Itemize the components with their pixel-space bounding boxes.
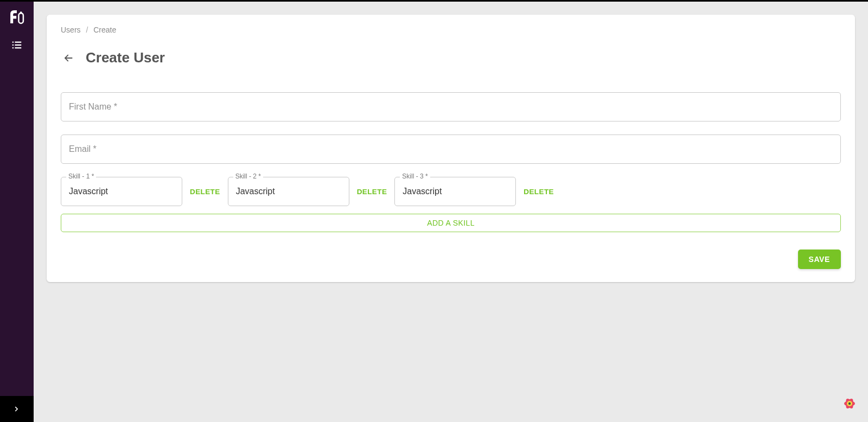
svg-rect-5 — [15, 44, 21, 46]
chevron-right-icon — [12, 404, 22, 414]
arrow-left-icon — [62, 52, 74, 64]
svg-rect-6 — [12, 47, 14, 48]
sidebar-item-list[interactable] — [0, 32, 34, 58]
svg-rect-2 — [12, 42, 14, 43]
svg-rect-3 — [15, 42, 21, 43]
delete-skill-1-button[interactable]: DELETE — [188, 183, 222, 200]
app-logo[interactable] — [0, 2, 34, 32]
skill-label-2: Skill - 2 * — [233, 172, 263, 180]
logo-icon — [8, 8, 26, 26]
title-row: Create User — [61, 49, 841, 66]
skill-block-2: Skill - 2 * DELETE — [228, 177, 390, 206]
skill-input-2[interactable] — [228, 177, 349, 206]
skill-field-2: Skill - 2 * — [228, 177, 349, 206]
skill-label-3: Skill - 3 * — [400, 172, 430, 180]
app-shell: Users / Create Create User — [0, 2, 868, 422]
main-content: Users / Create Create User — [34, 2, 868, 422]
add-skill-button[interactable]: ADD A SKILL — [61, 214, 841, 232]
skill-block-3: Skill - 3 * DELETE — [394, 177, 556, 206]
delete-skill-3-button[interactable]: DELETE — [521, 183, 556, 200]
save-button[interactable]: SAVE — [798, 250, 841, 269]
svg-rect-0 — [18, 13, 23, 23]
delete-skill-2-button[interactable]: DELETE — [355, 183, 390, 200]
form-actions: SAVE — [61, 250, 841, 269]
skill-field-1: Skill - 1 * — [61, 177, 182, 206]
email-input[interactable] — [61, 135, 841, 164]
list-icon — [11, 39, 23, 51]
first-name-input[interactable] — [61, 92, 841, 122]
sidebar-expand-button[interactable] — [0, 396, 34, 422]
breadcrumb: Users / Create — [61, 25, 841, 34]
back-button[interactable] — [61, 50, 76, 66]
email-field — [61, 135, 841, 164]
svg-rect-7 — [15, 47, 21, 48]
breadcrumb-current: Create — [93, 25, 116, 34]
svg-rect-4 — [12, 44, 14, 46]
react-query-devtools-button[interactable] — [839, 393, 860, 414]
skill-input-1[interactable] — [61, 177, 182, 206]
first-name-field — [61, 92, 841, 122]
skill-label-1: Skill - 1 * — [66, 172, 96, 180]
svg-point-1 — [20, 11, 22, 14]
breadcrumb-separator: / — [86, 25, 88, 34]
skill-input-3[interactable] — [394, 177, 516, 206]
skill-block-1: Skill - 1 * DELETE — [61, 177, 222, 206]
breadcrumb-parent[interactable]: Users — [61, 25, 81, 34]
skills-row: Skill - 1 * DELETE Skill - 2 * DELETE Sk… — [61, 177, 841, 206]
form-card: Users / Create Create User — [47, 15, 855, 282]
flower-icon — [839, 393, 860, 414]
skill-field-3: Skill - 3 * — [394, 177, 516, 206]
svg-point-12 — [848, 402, 851, 405]
page-title: Create User — [86, 49, 165, 66]
sidebar-top — [0, 2, 34, 58]
sidebar — [0, 2, 34, 422]
